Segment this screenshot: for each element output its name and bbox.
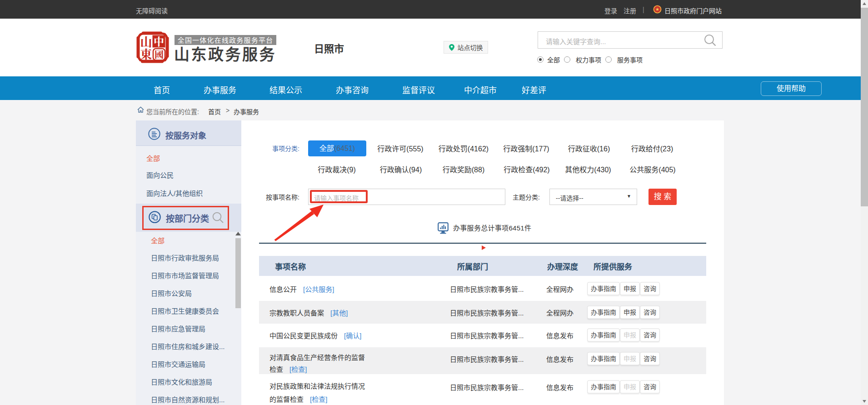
svg-text:★: ★ [655, 7, 659, 12]
svg-text:國: 國 [155, 48, 164, 61]
svg-text:東: 東 [140, 45, 152, 62]
svg-text:中: 中 [154, 34, 164, 49]
